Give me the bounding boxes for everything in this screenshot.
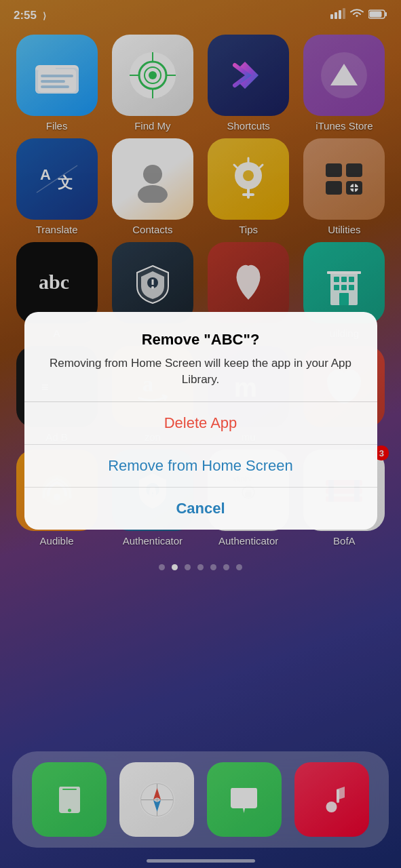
remove-dialog: Remove "ABC"? Removing from Home Screen … [24, 312, 377, 530]
cancel-button[interactable]: Cancel [24, 488, 377, 530]
dialog-body: Remove "ABC"? Removing from Home Screen … [24, 312, 377, 402]
dialog-title: Remove "ABC"? [45, 331, 357, 349]
dialog-overlay: Remove "ABC"? Removing from Home Screen … [0, 0, 401, 868]
delete-app-button[interactable]: Delete App [24, 402, 377, 445]
remove-from-homescreen-button[interactable]: Remove from Home Screen [24, 445, 377, 488]
dialog-message: Removing from Home Screen will keep the … [45, 355, 357, 388]
